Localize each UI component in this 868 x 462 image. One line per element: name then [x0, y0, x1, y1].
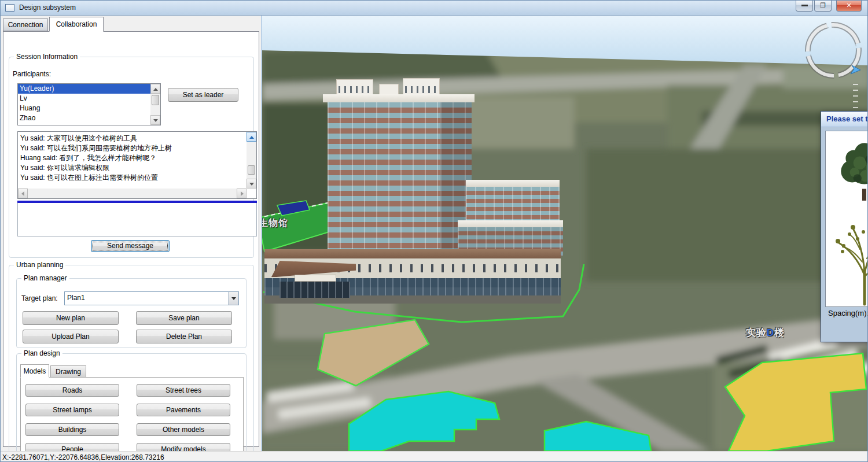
podium-parapet: [264, 249, 561, 258]
participants-listbox[interactable]: Yu(Leader) Lv Huang Zhao: [17, 83, 161, 125]
other-models-button[interactable]: Other models: [137, 423, 230, 436]
participant-item[interactable]: Huang: [18, 104, 150, 113]
left-panel: Connection Collaboration Session Informa…: [1, 16, 261, 451]
tree-option-4[interactable]: [826, 203, 868, 307]
plan-design-group: Plan design Models Drawing Roads Street …: [16, 353, 247, 461]
send-message-button[interactable]: Send message: [91, 240, 170, 252]
map-3d-viewport[interactable]: 生物馆 实验D楼 Please set the tree species and…: [261, 16, 868, 451]
arrow-down-icon: [249, 183, 254, 186]
session-group-label: Session Information: [14, 53, 80, 61]
arrow-right-icon: [241, 191, 244, 196]
tree-species-dialog: Please set the tree species and spacing …: [821, 111, 868, 342]
chat-horizontal-scrollbar[interactable]: [18, 189, 247, 198]
message-input[interactable]: [17, 203, 257, 236]
coordinates-readout: X:-2281.76071,Y:-22076.64836,Elevation:2…: [2, 453, 164, 461]
delete-plan-button[interactable]: Delete Plan: [136, 330, 232, 343]
chat-line: Huang said: 看到了，我怎么样才能种树呢？: [20, 153, 240, 163]
dialog-title: Please set the tree species and spacing: [826, 114, 868, 123]
spacing-label: Spacing(m):: [828, 309, 868, 317]
close-icon: ✕: [846, 2, 851, 9]
urban-planning-label: Urban planning: [14, 261, 65, 269]
scroll-right-button[interactable]: [237, 189, 247, 198]
tree-option-1[interactable]: [826, 132, 868, 202]
map-label-biology-building: 生物馆: [261, 217, 288, 230]
new-plan-button[interactable]: New plan: [23, 311, 119, 325]
target-plan-combobox[interactable]: Plan1: [64, 291, 239, 305]
chat-line: Yu said: 可以在我们系周围需要植树的地方种上树: [20, 143, 240, 153]
models-tab-content: Roads Street trees Street lamps Pavement…: [20, 377, 244, 459]
tab-connection[interactable]: Connection: [3, 19, 48, 31]
pavements-button[interactable]: Pavements: [137, 404, 230, 416]
tower-cornice: [323, 94, 475, 102]
rooftop-structure: [403, 78, 440, 95]
title-bar[interactable]: Design subsystem ❐ ✕: [1, 1, 868, 16]
restore-button[interactable]: ❐: [814, 1, 832, 12]
scroll-up-button[interactable]: [247, 132, 256, 142]
compass-ring[interactable]: [803, 20, 864, 81]
street-lamps-button[interactable]: Street lamps: [25, 404, 119, 416]
map-label-lab-d-building: 实验D楼: [746, 326, 785, 339]
tab-models[interactable]: Models: [20, 364, 49, 378]
tree-thumbnail-dark-broadleaf: [834, 137, 868, 202]
arrow-left-icon: [21, 191, 24, 196]
chevron-down-icon: [231, 297, 236, 300]
rooftop-structure: [379, 84, 399, 95]
participants-label: Participants:: [13, 70, 51, 78]
arrow-up-icon: [249, 136, 254, 139]
window-title: Design subsystem: [19, 3, 76, 12]
status-bar: X:-2281.76071,Y:-22076.64836,Elevation:2…: [1, 451, 868, 462]
scroll-down-button[interactable]: [150, 115, 160, 125]
chat-history-box[interactable]: Yu said: 大家可以使用这个植树的工具 Yu said: 可以在我们系周围…: [17, 131, 257, 199]
session-information-group: Session Information Participants: Yu(Lea…: [9, 57, 254, 258]
upload-plan-button[interactable]: Upload Plan: [23, 330, 119, 343]
entrance-glass: [279, 282, 350, 298]
minimize-icon: [801, 5, 808, 6]
tree-thumbnail-sparse-branching: [830, 209, 868, 307]
scroll-left-button[interactable]: [18, 189, 28, 198]
participant-item[interactable]: Lv: [18, 94, 150, 104]
scroll-thumb[interactable]: [152, 95, 159, 105]
target-plan-value: Plan1: [67, 294, 85, 302]
tower-front-face: [328, 102, 440, 269]
tree-species-grid: [825, 131, 868, 307]
close-button[interactable]: ✕: [836, 1, 862, 12]
chat-line: Yu said: 大家可以使用这个植树的工具: [20, 134, 240, 143]
arrow-up-icon: [153, 88, 158, 91]
scroll-down-button[interactable]: [247, 179, 256, 189]
target-plan-label: Target plan:: [21, 294, 58, 302]
app-icon: [5, 4, 14, 12]
plan-manager-group: Plan manager Target plan: Plan1 New plan…: [16, 278, 247, 348]
annex-cornice: [466, 180, 560, 187]
annex-block: [466, 187, 560, 221]
participant-item[interactable]: Yu(Leader): [18, 84, 150, 94]
arrow-down-icon: [153, 119, 158, 122]
buildings-button[interactable]: Buildings: [25, 423, 119, 436]
entrance-sign: [295, 275, 336, 282]
annex-cornice: [458, 220, 563, 227]
tab-drawing[interactable]: Drawing: [50, 365, 86, 378]
set-as-leader-button[interactable]: Set as leader: [168, 88, 238, 102]
plan-manager-label: Plan manager: [21, 274, 69, 282]
participants-scrollbar[interactable]: [150, 84, 160, 125]
urban-planning-group: Urban planning Plan manager Target plan:…: [9, 265, 254, 462]
combo-dropdown-button[interactable]: [228, 292, 238, 305]
minimize-button[interactable]: [796, 1, 813, 12]
scroll-up-button[interactable]: [150, 84, 160, 94]
plan-design-label: Plan design: [21, 349, 62, 357]
chat-line: Yu said: 你可以请求编辑权限: [20, 163, 240, 173]
tab-collaboration[interactable]: Collaboration: [49, 17, 104, 32]
dialog-title-bar[interactable]: Please set the tree species and spacing …: [821, 112, 868, 127]
rooftop-structure: [336, 79, 373, 95]
design-subsystem-window: Design subsystem ❐ ✕ Connection Collabor…: [0, 0, 868, 462]
scroll-thumb[interactable]: [248, 165, 255, 175]
roads-button[interactable]: Roads: [25, 384, 119, 397]
street-trees-button[interactable]: Street trees: [137, 384, 230, 397]
restore-icon: ❐: [820, 2, 826, 9]
collaboration-tab-content: Session Information Participants: Yu(Lea…: [3, 31, 259, 447]
chat-line: Yu said: 也可以在图上标注出需要种树的位置: [20, 173, 240, 183]
save-plan-button[interactable]: Save plan: [136, 311, 232, 325]
chat-vertical-scrollbar[interactable]: [247, 132, 256, 189]
chat-lines: Yu said: 大家可以使用这个植树的工具 Yu said: 可以在我们系周围…: [20, 134, 240, 183]
participant-item[interactable]: Zhao: [18, 113, 150, 123]
